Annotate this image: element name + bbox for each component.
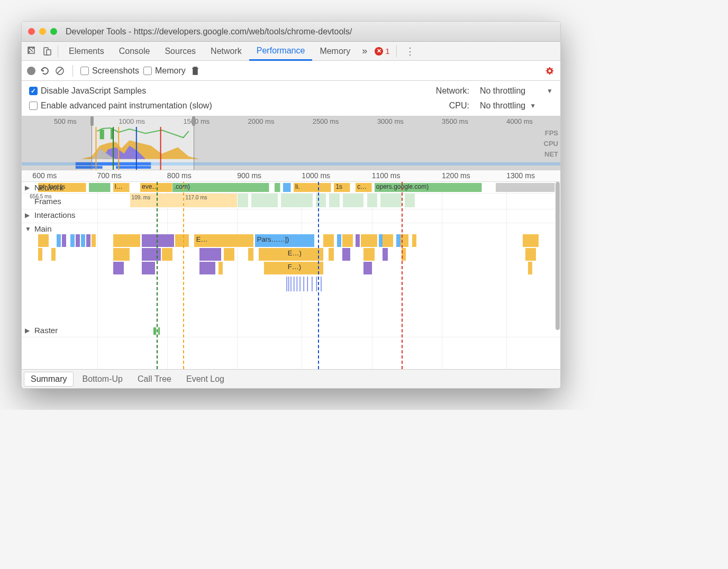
task[interactable] [142, 262, 155, 274]
task[interactable] [142, 234, 174, 247]
device-toggle-icon[interactable] [40, 44, 54, 59]
tick-label: 700 ms [97, 171, 122, 180]
task[interactable] [383, 234, 393, 247]
error-icon: ✕ [375, 47, 383, 56]
frame[interactable] [404, 194, 415, 207]
task[interactable] [51, 248, 56, 261]
tab-performance[interactable]: Performance [249, 42, 313, 61]
task[interactable] [342, 234, 353, 247]
expand-icon[interactable]: ▶ [25, 184, 32, 191]
task[interactable] [329, 248, 334, 261]
task[interactable] [361, 234, 377, 247]
task[interactable] [92, 234, 96, 247]
task[interactable] [86, 234, 90, 247]
frame[interactable] [251, 194, 278, 207]
screenshots-checkbox[interactable]: Screenshots [80, 66, 139, 76]
flame-chart[interactable]: 600 ms 700 ms 800 ms 900 ms 1000 ms 1100… [22, 170, 560, 369]
maximize-icon[interactable] [50, 28, 57, 35]
clear-icon[interactable] [54, 66, 65, 76]
tab-console[interactable]: Console [112, 42, 158, 61]
frame[interactable] [280, 194, 313, 207]
task[interactable] [162, 248, 172, 261]
task[interactable] [113, 248, 130, 261]
timeline-overview[interactable]: 500 ms 1000 ms 1500 ms 2000 ms 2500 ms 3… [22, 116, 560, 170]
titlebar: Developer Tools - https://developers.goo… [22, 22, 560, 42]
task[interactable] [76, 234, 80, 247]
task[interactable] [363, 248, 374, 261]
more-menu-icon[interactable]: ⋮ [400, 45, 420, 57]
task[interactable] [142, 248, 161, 261]
task[interactable] [219, 262, 223, 274]
selection-handle-left[interactable] [90, 116, 94, 126]
network-throttle-select[interactable]: No throttling [480, 86, 536, 96]
selection-handle-right[interactable] [192, 116, 195, 126]
task[interactable] [224, 248, 234, 261]
task[interactable] [525, 248, 536, 261]
tab-sources[interactable]: Sources [157, 42, 203, 61]
timeline-ruler: 600 ms 700 ms 800 ms 900 ms 1000 ms 1100… [22, 170, 560, 182]
frame[interactable] [367, 194, 377, 207]
task[interactable] [523, 234, 539, 247]
frame[interactable] [315, 194, 326, 207]
frame[interactable] [329, 194, 339, 207]
tab-event-log[interactable]: Event Log [180, 372, 231, 386]
task[interactable] [356, 234, 360, 247]
raster-task[interactable] [158, 327, 160, 335]
tab-memory[interactable]: Memory [312, 42, 358, 61]
task[interactable] [175, 234, 188, 247]
expand-icon[interactable]: ▶ [25, 327, 32, 334]
chevron-down-icon[interactable]: ▼ [547, 87, 553, 95]
task[interactable] [113, 234, 140, 247]
traffic-lights [28, 28, 57, 35]
task[interactable] [81, 234, 85, 247]
marker-line [183, 182, 184, 369]
paint-instrumentation-checkbox[interactable]: Enable advanced paint instrumentation (s… [29, 101, 425, 111]
collapse-icon[interactable]: ▼ [25, 225, 32, 233]
trash-icon[interactable] [190, 66, 201, 76]
task[interactable] [70, 234, 75, 247]
tab-bottom-up[interactable]: Bottom-Up [76, 372, 129, 386]
task[interactable] [396, 234, 401, 247]
error-count-badge[interactable]: ✕ 1 [375, 47, 389, 56]
task[interactable] [113, 262, 124, 274]
task[interactable]: E… [194, 234, 253, 247]
overview-selection[interactable] [92, 116, 194, 170]
scrollbar-vertical[interactable] [556, 182, 560, 330]
task[interactable] [199, 262, 216, 274]
frame[interactable] [183, 194, 237, 207]
tab-elements[interactable]: Elements [61, 42, 112, 61]
task[interactable] [342, 248, 350, 261]
task[interactable] [363, 262, 371, 274]
disable-js-checkbox[interactable]: Disable JavaScript Samples [29, 86, 425, 96]
close-icon[interactable] [28, 28, 35, 35]
task[interactable] [62, 234, 66, 247]
task[interactable] [57, 234, 61, 247]
task[interactable]: Pars……]) [255, 234, 314, 247]
memory-checkbox[interactable]: Memory [143, 66, 186, 76]
task[interactable] [528, 262, 532, 274]
cpu-throttle-select[interactable]: No throttling ▼ [480, 101, 536, 111]
frame[interactable] [237, 194, 248, 207]
chevron-down-icon: ▼ [530, 102, 536, 109]
tab-call-tree[interactable]: Call Tree [131, 372, 178, 386]
frame[interactable] [342, 194, 364, 207]
tab-summary[interactable]: Summary [24, 372, 74, 387]
task[interactable] [248, 248, 253, 261]
overview-mask [194, 116, 560, 170]
task[interactable] [412, 234, 416, 247]
expand-icon[interactable]: ▶ [25, 212, 32, 219]
tab-network[interactable]: Network [203, 42, 249, 61]
task[interactable] [38, 248, 42, 261]
task[interactable] [199, 248, 221, 261]
frame[interactable] [380, 194, 402, 207]
minimize-icon[interactable] [39, 28, 46, 35]
inspect-icon[interactable] [25, 44, 40, 59]
reload-icon[interactable] [40, 66, 50, 76]
task[interactable] [383, 248, 388, 261]
task[interactable] [38, 234, 49, 247]
task[interactable] [337, 234, 341, 247]
settings-gear-icon[interactable] [544, 66, 555, 76]
record-button[interactable] [27, 67, 35, 75]
task[interactable] [323, 234, 334, 247]
tabs-overflow-icon[interactable]: » [358, 45, 371, 57]
